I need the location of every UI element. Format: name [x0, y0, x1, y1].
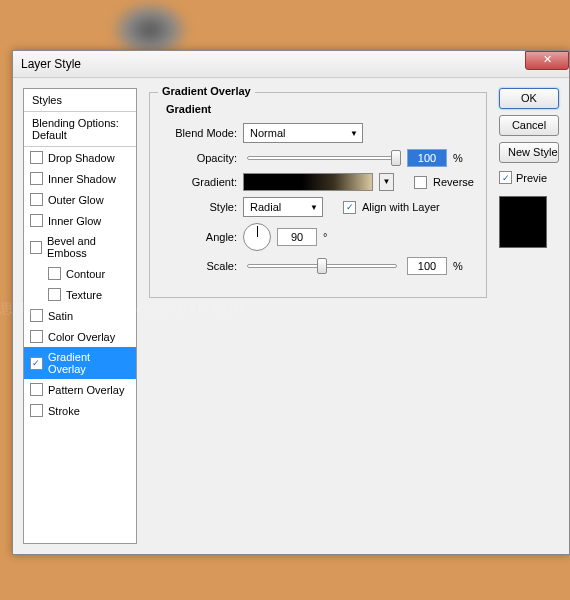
gradient-swatch[interactable] — [243, 173, 373, 191]
style-item-inner-shadow[interactable]: Inner Shadow — [24, 168, 136, 189]
style-checkbox[interactable] — [30, 193, 43, 206]
preview-label: Previe — [516, 172, 547, 184]
style-checkbox[interactable] — [30, 383, 43, 396]
ok-button[interactable]: OK — [499, 88, 559, 109]
opacity-label: Opacity: — [162, 152, 237, 164]
preview-checkbox[interactable] — [499, 171, 512, 184]
blend-mode-label: Blend Mode: — [162, 127, 237, 139]
chevron-down-icon: ▼ — [350, 129, 358, 138]
new-style-button[interactable]: New Style — [499, 142, 559, 163]
style-item-label: Bevel and Emboss — [47, 235, 130, 259]
style-item-color-overlay[interactable]: Color Overlay — [24, 326, 136, 347]
style-item-label: Stroke — [48, 405, 80, 417]
align-checkbox[interactable] — [343, 201, 356, 214]
style-item-label: Contour — [66, 268, 105, 280]
styles-header[interactable]: Styles — [24, 89, 136, 112]
style-checkbox[interactable] — [30, 172, 43, 185]
style-item-contour[interactable]: Contour — [24, 263, 136, 284]
reverse-label: Reverse — [433, 176, 474, 188]
section-label: Gradient — [166, 103, 474, 115]
style-item-label: Gradient Overlay — [48, 351, 130, 375]
window-title: Layer Style — [21, 57, 81, 71]
style-item-label: Texture — [66, 289, 102, 301]
align-label: Align with Layer — [362, 201, 440, 213]
scale-label: Scale: — [162, 260, 237, 272]
styles-list: Styles Blending Options: Default Drop Sh… — [23, 88, 137, 544]
style-checkbox[interactable] — [30, 404, 43, 417]
angle-label: Angle: — [162, 231, 237, 243]
style-checkbox[interactable] — [30, 151, 43, 164]
style-checkbox[interactable] — [30, 214, 43, 227]
style-item-label: Pattern Overlay — [48, 384, 124, 396]
chevron-down-icon: ▼ — [310, 203, 318, 212]
style-checkbox[interactable] — [48, 288, 61, 301]
close-button[interactable]: ✕ — [525, 51, 569, 70]
gradient-dropdown[interactable]: ▼ — [379, 173, 394, 191]
blending-options[interactable]: Blending Options: Default — [24, 112, 136, 147]
titlebar: Layer Style ✕ — [13, 51, 569, 78]
style-item-outer-glow[interactable]: Outer Glow — [24, 189, 136, 210]
style-item-label: Outer Glow — [48, 194, 104, 206]
angle-input[interactable]: 90 — [277, 228, 317, 246]
panel-title: Gradient Overlay — [158, 85, 255, 97]
style-checkbox[interactable] — [30, 357, 43, 370]
style-item-satin[interactable]: Satin — [24, 305, 136, 326]
opacity-slider[interactable] — [247, 156, 397, 160]
cancel-button[interactable]: Cancel — [499, 115, 559, 136]
angle-dial[interactable] — [243, 223, 271, 251]
style-item-label: Drop Shadow — [48, 152, 115, 164]
style-select[interactable]: Radial ▼ — [243, 197, 323, 217]
style-checkbox[interactable] — [30, 309, 43, 322]
opacity-input[interactable]: 100 — [407, 149, 447, 167]
style-item-label: Color Overlay — [48, 331, 115, 343]
scale-input[interactable]: 100 — [407, 257, 447, 275]
style-item-texture[interactable]: Texture — [24, 284, 136, 305]
gradient-label: Gradient: — [162, 176, 237, 188]
style-item-inner-glow[interactable]: Inner Glow — [24, 210, 136, 231]
dialog-buttons: OK Cancel New Style Previe — [499, 88, 559, 544]
style-item-stroke[interactable]: Stroke — [24, 400, 136, 421]
style-item-pattern-overlay[interactable]: Pattern Overlay — [24, 379, 136, 400]
style-checkbox[interactable] — [48, 267, 61, 280]
style-checkbox[interactable] — [30, 330, 43, 343]
reverse-checkbox[interactable] — [414, 176, 427, 189]
style-item-label: Inner Shadow — [48, 173, 116, 185]
preview-swatch — [499, 196, 547, 248]
style-item-bevel-and-emboss[interactable]: Bevel and Emboss — [24, 231, 136, 263]
style-item-label: Satin — [48, 310, 73, 322]
style-checkbox[interactable] — [30, 241, 42, 254]
layer-style-dialog: Layer Style ✕ Styles Blending Options: D… — [12, 50, 570, 555]
gradient-overlay-panel: Gradient Overlay Gradient Blend Mode: No… — [149, 88, 487, 544]
blend-mode-select[interactable]: Normal ▼ — [243, 123, 363, 143]
style-item-drop-shadow[interactable]: Drop Shadow — [24, 147, 136, 168]
style-label: Style: — [162, 201, 237, 213]
style-item-label: Inner Glow — [48, 215, 101, 227]
style-item-gradient-overlay[interactable]: Gradient Overlay — [24, 347, 136, 379]
scale-slider[interactable] — [247, 264, 397, 268]
